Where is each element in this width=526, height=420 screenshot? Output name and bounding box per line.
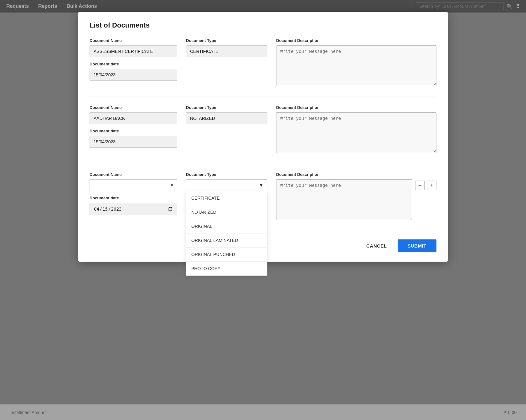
row-action-icons-3: − +: [415, 179, 436, 190]
dropdown-option-certificate[interactable]: CERTIFICATE: [186, 191, 267, 205]
doc-desc-col-1: Document Description: [276, 38, 436, 87]
doc-name-input-1[interactable]: [90, 45, 177, 57]
doc-name-col-3: Document Name ASSESSMENT CERTIFICATE AAD…: [90, 172, 177, 215]
doc-type-col-2: Document Type: [186, 105, 267, 124]
doc-type-dropdown-list-3: CERTIFICATE NOTARIZED ORIGINAL ORIGINAL …: [186, 191, 267, 276]
doc-desc-textarea-2[interactable]: [276, 112, 436, 153]
doc-name-input-2[interactable]: [90, 112, 177, 124]
desc-textarea-col-3: [276, 179, 412, 221]
doc-date-label-2: Document date: [90, 129, 177, 133]
doc-date-input-2[interactable]: [90, 136, 177, 148]
doc-name-label-3: Document Name: [90, 172, 177, 177]
doc-desc-label-3: Document Description: [276, 172, 436, 177]
modal-title: List of Documents: [90, 21, 436, 29]
doc-desc-textarea-3[interactable]: [276, 179, 412, 220]
doc-date-section-3: Document date: [90, 196, 177, 215]
chevron-down-icon: ▼: [259, 183, 263, 188]
doc-type-dropdown-3[interactable]: ▼ CERTIFICATE NOTARIZED ORIGINAL ORIGINA…: [186, 179, 267, 191]
doc-type-dropdown-field-3[interactable]: ▼: [186, 179, 267, 191]
doc-type-col-3: Document Type ▼ CERTIFICATE NOTARIZED OR…: [186, 172, 267, 191]
doc-name-label-1: Document Name: [90, 38, 177, 43]
dropdown-option-original-punched[interactable]: ORIGINAL PUNCHED: [186, 248, 267, 262]
doc-type-col-1: Document Type: [186, 38, 267, 57]
add-row-button[interactable]: +: [427, 181, 436, 190]
doc-name-select-wrapper-3: ASSESSMENT CERTIFICATE AADHAR BACK ▼: [90, 179, 177, 191]
dropdown-option-original[interactable]: ORIGINAL: [186, 219, 267, 233]
doc-type-label-2: Document Type: [186, 105, 267, 110]
doc-date-label-3: Document date: [90, 196, 177, 200]
doc-date-section-2: Document date: [90, 129, 177, 148]
doc-desc-textarea-1[interactable]: [276, 45, 436, 86]
doc-name-label-2: Document Name: [90, 105, 177, 110]
doc-name-col-1: Document Name Document date: [90, 38, 177, 81]
doc-date-input-3[interactable]: [90, 203, 177, 215]
dropdown-option-notarized[interactable]: NOTARIZED: [186, 205, 267, 219]
doc-name-col-2: Document Name Document date: [90, 105, 177, 148]
document-row-2: Document Name Document date Document Typ…: [90, 105, 436, 163]
document-row-3: Document Name ASSESSMENT CERTIFICATE AAD…: [90, 172, 436, 230]
cancel-button[interactable]: CANCEL: [361, 240, 393, 252]
doc-type-input-1[interactable]: [186, 45, 267, 57]
doc-desc-label-1: Document Description: [276, 38, 436, 43]
doc-desc-col-2: Document Description: [276, 105, 436, 154]
desc-actions-row-3: − +: [276, 179, 436, 221]
remove-row-button[interactable]: −: [415, 181, 425, 190]
dropdown-option-photo-copy[interactable]: PHOTO COPY: [186, 262, 267, 275]
doc-desc-label-2: Document Description: [276, 105, 436, 110]
doc-date-label-1: Document date: [90, 62, 177, 66]
doc-type-input-2[interactable]: [186, 112, 267, 124]
doc-date-section-1: Document date: [90, 62, 177, 81]
doc-name-select-3[interactable]: ASSESSMENT CERTIFICATE AADHAR BACK: [90, 179, 177, 191]
submit-button[interactable]: SUBMIT: [398, 239, 437, 252]
doc-type-label-3: Document Type: [186, 172, 267, 177]
dropdown-option-original-laminated[interactable]: ORIGINAL LAMINATED: [186, 233, 267, 248]
doc-desc-col-3: Document Description − +: [276, 172, 436, 221]
list-of-documents-modal: List of Documents Document Name Document…: [78, 12, 448, 262]
document-row-1: Document Name Document date Document Typ…: [90, 38, 436, 96]
doc-date-input-1[interactable]: [90, 69, 177, 81]
doc-type-label-1: Document Type: [186, 38, 267, 43]
